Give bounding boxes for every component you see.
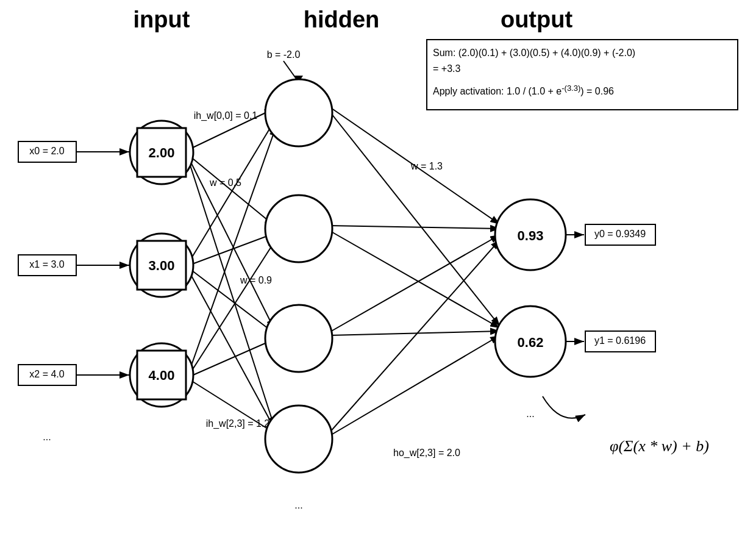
input-dots: ... <box>43 432 51 442</box>
weight-13: w = 1.3 <box>410 161 443 171</box>
output-dots: ... <box>526 409 534 419</box>
hidden-node-2 <box>265 305 332 372</box>
edge-h2-o0 <box>329 235 500 332</box>
edge-h2-o1 <box>329 331 500 335</box>
info-line1: Sum: (2.0)(0.1) + (3.0)(0.5) + (4.0)(0.9… <box>433 48 635 58</box>
hidden-node-3 <box>265 405 332 473</box>
hidden-layer-label: hidden <box>304 7 380 32</box>
edge-i2-h0 <box>189 126 276 372</box>
edge-h3-o0 <box>329 240 500 433</box>
input-node-2: 4.00 <box>130 343 193 407</box>
output-layer-label: output <box>501 7 573 32</box>
output-label-1: y1 = 0.6196 <box>594 335 646 346</box>
svg-text:2.00: 2.00 <box>149 145 175 160</box>
svg-text:0.62: 0.62 <box>518 335 544 350</box>
edge-h3-o1 <box>329 335 500 436</box>
phi-arrow <box>543 396 585 418</box>
output-node-1: 0.62 <box>495 306 566 377</box>
input-label-2: x2 = 4.0 <box>29 369 64 379</box>
weight-ho23: ho_w[2,3] = 2.0 <box>393 448 460 459</box>
edge-h1-o1 <box>329 230 500 328</box>
weight-09: w = 0.9 <box>240 275 272 285</box>
edge-h0-o1 <box>329 111 500 326</box>
input-label-0: x0 = 2.0 <box>29 146 64 156</box>
phi-formula: φ(Σ(x * w) + b) <box>610 437 709 455</box>
edge-i2-h2 <box>189 338 276 377</box>
bias-label: b = -2.0 <box>267 49 301 60</box>
hidden-dots: ... <box>294 500 302 510</box>
weight-ih23: ih_w[2,3] = 1.2 <box>206 418 270 429</box>
svg-text:3.00: 3.00 <box>149 258 175 273</box>
edge-i1-h0 <box>189 119 276 262</box>
input-node-1: 3.00 <box>130 234 193 297</box>
info-line3: Apply activation: 1.0 / (1.0 + e-(3.3)) … <box>433 84 614 96</box>
output-label-0: y0 = 0.9349 <box>594 229 646 239</box>
weight-ih00: ih_w[0,0] = 0.1 <box>194 110 258 121</box>
svg-text:4.00: 4.00 <box>149 368 175 383</box>
hidden-node-0 <box>265 79 332 146</box>
hidden-node-1 <box>265 195 332 262</box>
svg-text:0.93: 0.93 <box>518 228 544 243</box>
input-label-1: x1 = 3.0 <box>29 259 64 270</box>
info-line2: = +3.3 <box>433 63 460 74</box>
weight-05: w = 0.5 <box>209 177 241 188</box>
edge-h1-o0 <box>329 226 500 229</box>
input-layer-label: input <box>134 7 190 32</box>
output-node-0: 0.93 <box>495 199 566 270</box>
input-node-0: 2.00 <box>130 121 193 184</box>
